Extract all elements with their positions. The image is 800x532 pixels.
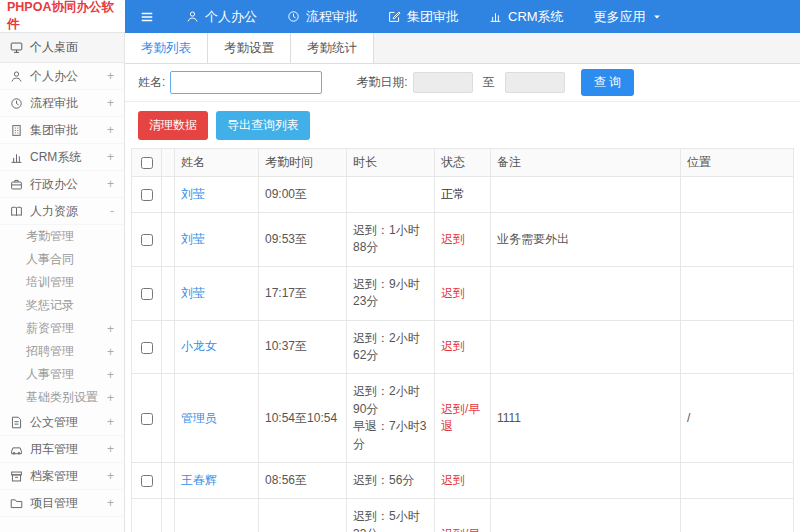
sidebar-item-label: 项目管理	[30, 495, 100, 512]
row-checkbox[interactable]	[141, 342, 153, 354]
sidebar-subitem-salary-management[interactable]: 薪资管理+	[0, 317, 124, 340]
employee-name-link[interactable]: 管理员	[181, 411, 217, 425]
sidebar-item-archive-management[interactable]: 档案管理+	[0, 463, 124, 490]
expand-toggle[interactable]: +	[107, 496, 114, 510]
nav-group-approval[interactable]: 集团审批	[373, 0, 474, 33]
sidebar-item-workflow-approval[interactable]: 流程审批+	[0, 90, 124, 117]
nav-crm-system[interactable]: CRM系统	[474, 0, 579, 33]
note-cell	[491, 320, 681, 374]
select-all-checkbox[interactable]	[141, 157, 153, 169]
expand-toggle[interactable]: +	[107, 391, 114, 405]
menu-toggle-icon[interactable]	[139, 10, 155, 24]
tab-attendance-stats[interactable]: 考勤统计	[291, 33, 374, 63]
tab-attendance-settings[interactable]: 考勤设置	[208, 33, 291, 63]
attendance-table: 姓名 考勤时间 时长 状态 备注 位置 刘莹09:00至正常刘莹09:53至迟到…	[131, 148, 794, 532]
car-icon	[10, 443, 23, 456]
table-row: 刘莹17:17至迟到：9小时23分迟到	[132, 266, 794, 320]
search-button[interactable]: 查 询	[581, 69, 634, 96]
table-body: 刘莹09:00至正常刘莹09:53至迟到：1小时88分迟到业务需要外出刘莹17:…	[132, 177, 794, 532]
sidebar-item-crm-system[interactable]: CRM系统+	[0, 144, 124, 171]
gap-cell	[162, 177, 175, 213]
employee-name-link[interactable]: 小龙女	[181, 339, 217, 353]
row-checkbox[interactable]	[141, 234, 153, 246]
gap-cell	[162, 320, 175, 374]
sidebar-subitem-base-category-settings[interactable]: 基础类别设置+	[0, 386, 124, 409]
employee-name-link[interactable]: 刘莹	[181, 286, 205, 300]
sidebar-item-admin-office[interactable]: 行政办公+	[0, 171, 124, 198]
sidebar-subitem-label: 人事合同	[26, 251, 114, 268]
sidebar-subitem-label: 培训管理	[26, 274, 114, 291]
date-filter-label: 考勤日期:	[356, 74, 407, 91]
sidebar-subitem-label: 考勤管理	[26, 228, 114, 245]
sidebar-subitem-reward-punishment[interactable]: 奖惩记录	[0, 294, 124, 317]
attendance-time-cell: 17:17至	[259, 266, 347, 320]
export-list-button[interactable]: 导出查询列表	[216, 111, 310, 140]
row-checkbox[interactable]	[141, 475, 153, 487]
tab-attendance-list[interactable]: 考勤列表	[125, 33, 208, 63]
table-row: 管理员10:54至10:54迟到：2小时90分早退：7小时3分迟到/早退1111…	[132, 374, 794, 463]
row-checkbox[interactable]	[141, 189, 153, 201]
flow-icon	[10, 97, 23, 110]
expand-toggle[interactable]: +	[107, 322, 114, 336]
expand-toggle[interactable]: -	[110, 204, 114, 218]
nav-more-apps[interactable]: 更多应用	[579, 0, 677, 33]
sidebar-subitem-training-management[interactable]: 培训管理	[0, 271, 124, 294]
col-header-duration: 时长	[347, 149, 435, 177]
nav-personal-office[interactable]: 个人办公	[171, 0, 272, 33]
row-checkbox[interactable]	[141, 413, 153, 425]
duration-cell: 迟到：2小时90分早退：7小时3分	[347, 374, 435, 463]
expand-toggle[interactable]: +	[107, 150, 114, 164]
col-header-status: 状态	[435, 149, 491, 177]
book-icon	[10, 205, 23, 218]
date-from-input[interactable]	[413, 72, 473, 93]
duration-cell: 迟到：1小时88分	[347, 213, 435, 267]
sidebar-subitem-hr-contract[interactable]: 人事合同	[0, 248, 124, 271]
employee-name-link[interactable]: 刘莹	[181, 187, 205, 201]
clean-data-button[interactable]: 清理数据	[138, 111, 208, 140]
expand-toggle[interactable]: +	[107, 123, 114, 137]
nav-label: 集团审批	[407, 8, 459, 26]
sidebar-item-human-resources[interactable]: 人力资源-	[0, 198, 124, 225]
expand-toggle[interactable]: +	[107, 177, 114, 191]
expand-toggle[interactable]: +	[107, 469, 114, 483]
row-checkbox[interactable]	[141, 288, 153, 300]
sidebar-item-personal-office[interactable]: 个人办公+	[0, 63, 124, 90]
sidebar-item-group-approval[interactable]: 集团审批+	[0, 117, 124, 144]
location-cell: /	[681, 499, 794, 532]
expand-toggle[interactable]: +	[107, 96, 114, 110]
expand-toggle[interactable]: +	[107, 345, 114, 359]
user-icon	[10, 70, 23, 83]
gap-cell	[162, 499, 175, 532]
expand-toggle[interactable]: +	[107, 69, 114, 83]
table-row: 刘莹09:00至正常	[132, 177, 794, 213]
employee-name-link[interactable]: 刘莹	[181, 232, 205, 246]
nav-workflow-approval[interactable]: 流程审批	[272, 0, 373, 33]
name-input[interactable]	[170, 71, 322, 94]
table-row: 黄蓉13:20至13:20迟到：5小时33分早退：4小时67分迟到/早退/	[132, 499, 794, 532]
note-cell	[491, 177, 681, 213]
sidebar-item-project-management[interactable]: 项目管理+	[0, 490, 124, 517]
briefcase-icon	[10, 178, 23, 191]
sidebar-item-doc-management[interactable]: 公文管理+	[0, 409, 124, 436]
attendance-time-cell: 10:54至10:54	[259, 374, 347, 463]
duration-cell: 迟到：5小时33分早退：4小时67分	[347, 499, 435, 532]
sidebar-subitem-label: 薪资管理	[26, 320, 107, 337]
expand-toggle[interactable]: +	[107, 442, 114, 456]
user-icon	[186, 10, 199, 23]
sidebar-subitem-recruitment-management[interactable]: 招聘管理+	[0, 340, 124, 363]
sidebar-subitem-label: 招聘管理	[26, 343, 107, 360]
chart-icon	[10, 151, 23, 164]
sidebar-subitem-attendance-management[interactable]: 考勤管理	[0, 225, 124, 248]
building-icon	[10, 124, 23, 137]
location-cell	[681, 320, 794, 374]
employee-name-link[interactable]: 王春辉	[181, 473, 217, 487]
expand-toggle[interactable]: +	[107, 415, 114, 429]
sidebar-subitem-personnel-management[interactable]: 人事管理+	[0, 363, 124, 386]
col-header-location: 位置	[681, 149, 794, 177]
table-row: 小龙女10:37至迟到：2小时62分迟到	[132, 320, 794, 374]
sidebar-item-vehicle-management[interactable]: 用车管理+	[0, 436, 124, 463]
date-to-input[interactable]	[505, 72, 565, 93]
expand-toggle[interactable]: +	[107, 368, 114, 382]
sidebar-item-personal-desktop[interactable]: 个人桌面	[0, 33, 124, 63]
sidebar-item-label: 个人桌面	[30, 39, 78, 56]
